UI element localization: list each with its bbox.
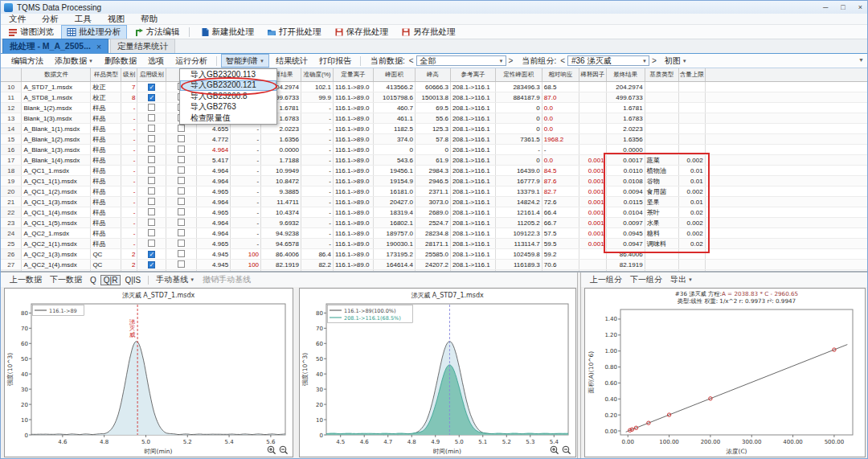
column-header-2[interactable]: 样品类型 bbox=[91, 68, 121, 82]
calib-toolbar-button-0[interactable]: 上一组分 bbox=[586, 274, 626, 285]
row-checkbox[interactable] bbox=[178, 166, 185, 174]
table-row[interactable]: 19A_QC1_1(1).msdx样品-4.964-10.8472-116.1-… bbox=[1, 176, 868, 186]
row-checkbox[interactable] bbox=[178, 250, 185, 257]
next-data-button[interactable]: > bbox=[506, 56, 516, 65]
row-checkbox[interactable] bbox=[148, 156, 155, 163]
menubar-item-0[interactable]: 文件 bbox=[1, 14, 34, 25]
subtoolbar-button-5[interactable]: 智能判谱▼ bbox=[221, 54, 269, 68]
subtoolbar-button-6[interactable]: 结果统计 bbox=[271, 54, 313, 68]
maximize-button[interactable]: □ bbox=[841, 3, 845, 11]
toolbar-button-save-batch[interactable]: 保存批处理 bbox=[329, 25, 395, 39]
table-row[interactable]: 20A_QC1_1(2).msdx样品-4.965-9.3885-116.1->… bbox=[1, 186, 868, 197]
row-checkbox[interactable] bbox=[178, 260, 185, 268]
menubar-item-1[interactable]: 分析 bbox=[34, 14, 67, 25]
table-row[interactable]: 17A_Blank_1(4).msdx样品-5.417-1.7188-116.1… bbox=[1, 155, 868, 166]
row-checkbox[interactable] bbox=[178, 229, 185, 236]
row-checkbox[interactable] bbox=[178, 177, 185, 184]
close-button[interactable]: × bbox=[858, 3, 862, 11]
table-row[interactable]: 24A_QC2_1.msdx样品-4.964-94.9238-116.1->89… bbox=[1, 228, 868, 239]
chrom-toolbar-button-2[interactable]: Q bbox=[86, 276, 100, 285]
next-component-button[interactable]: > bbox=[649, 56, 659, 65]
table-row[interactable]: 18A_QC1_1.msdx样品-4.964-10.9949-116.1->89… bbox=[1, 166, 868, 176]
row-checkbox[interactable] bbox=[148, 125, 155, 132]
subtoolbar-button-1[interactable]: 添加数据▼ bbox=[50, 54, 98, 68]
row-checkbox[interactable] bbox=[148, 208, 155, 215]
column-header-18[interactable]: 基质类型 bbox=[645, 68, 678, 82]
tab-0[interactable]: 批处理 - M_A_2505...× bbox=[2, 39, 108, 53]
toolbar-button-spectrum-browse[interactable]: 谱图浏览 bbox=[2, 25, 59, 39]
column-header-10[interactable]: 定量离子 bbox=[334, 68, 374, 82]
row-checkbox[interactable] bbox=[148, 166, 155, 174]
row-checkbox[interactable] bbox=[178, 187, 185, 195]
tab-close-icon[interactable]: × bbox=[96, 42, 101, 51]
chromatogram-panel-quant[interactable]: 涕灭威 A_STD7_1.msdx4.64.85.05.25.45.601020… bbox=[4, 288, 293, 457]
view-mode-button[interactable]: 初图▼ bbox=[660, 54, 692, 68]
chrom-toolbar-button-6[interactable]: 手动基线▼ bbox=[152, 274, 199, 285]
calib-toolbar-button-2[interactable]: 导出▼ bbox=[666, 274, 697, 285]
row-checkbox[interactable]: ✓ bbox=[148, 251, 155, 258]
row-checkbox[interactable] bbox=[178, 145, 185, 153]
column-header-17[interactable]: 最终结果 bbox=[606, 68, 645, 82]
row-checkbox[interactable] bbox=[148, 229, 155, 236]
row-checkbox[interactable] bbox=[178, 125, 185, 132]
row-checkbox[interactable] bbox=[178, 135, 185, 142]
chromatogram-panel-overlay[interactable]: 涕灭威 A_STD7_1.msdx4.54.64.74.84.95.05.15.… bbox=[299, 288, 576, 457]
row-checkbox[interactable] bbox=[148, 104, 155, 111]
subtoolbar-button-0[interactable]: 编辑方法 bbox=[6, 54, 48, 68]
row-checkbox[interactable]: ✓ bbox=[148, 84, 155, 91]
column-header-13[interactable]: 参考离子 bbox=[450, 68, 495, 82]
prev-data-button[interactable]: < bbox=[407, 56, 416, 65]
row-checkbox[interactable] bbox=[148, 135, 155, 142]
prev-component-button[interactable]: < bbox=[558, 56, 567, 65]
table-row[interactable]: 13Blank_1(3).msdx样品-1.6783-116.1->89.046… bbox=[1, 113, 868, 124]
row-checkbox[interactable] bbox=[148, 198, 155, 205]
table-row[interactable]: 12Blank_1(2).msdx样品-1.6781-116.1->89.046… bbox=[1, 103, 868, 113]
menu-item-2[interactable]: 导入GB23200.8 bbox=[180, 91, 276, 102]
row-checkbox[interactable] bbox=[148, 187, 155, 195]
subtoolbar-button-4[interactable]: 运行分析 bbox=[170, 54, 212, 68]
row-checkbox[interactable]: ✓ bbox=[148, 94, 155, 101]
current-data-combobox[interactable]: 全部▼ bbox=[416, 55, 506, 66]
table-row[interactable]: 15A_Blank_1(2).msdx样品-4.772-1.6356-116.1… bbox=[1, 134, 868, 145]
subtoolbar-button-3[interactable]: 选项 bbox=[143, 54, 169, 68]
menu-item-4[interactable]: 检查限量值 bbox=[180, 113, 276, 124]
column-header-1[interactable]: 数据文件 bbox=[22, 68, 91, 82]
toolbar-button-new-batch[interactable]: 新建批处理 bbox=[194, 25, 260, 39]
subtoolbar-button-2[interactable]: 删除数据 bbox=[100, 54, 141, 68]
table-row[interactable]: 10A_STD7_1.msdx校正7✓204.2974102.1116.1->8… bbox=[1, 82, 868, 92]
row-checkbox[interactable] bbox=[148, 219, 155, 226]
row-checkbox[interactable] bbox=[178, 240, 185, 247]
toolbar-button-batch-analysis[interactable]: 批处理分析 bbox=[61, 25, 127, 39]
table-row[interactable]: 27A_QC2_1(4).msdxQC2✓4.94510082.191982.2… bbox=[1, 260, 868, 270]
table-row[interactable]: 11A_STD8_1.msdx校正8✓499.673399.9116.1->89… bbox=[1, 92, 868, 103]
menubar-item-3[interactable]: 视图 bbox=[100, 14, 133, 25]
tab-1[interactable]: 定量结果统计 bbox=[110, 39, 175, 53]
vertical-splitter[interactable] bbox=[577, 273, 581, 459]
row-checkbox[interactable] bbox=[148, 177, 155, 184]
column-header-0[interactable] bbox=[1, 68, 22, 82]
row-checkbox[interactable] bbox=[178, 219, 185, 226]
column-header-9[interactable]: 准确度(%) bbox=[301, 68, 334, 82]
table-row[interactable]: 14A_Blank_1(1).msdx样品-4.655-2.0223-116.1… bbox=[1, 124, 868, 134]
row-checkbox[interactable] bbox=[148, 145, 155, 153]
table-row[interactable]: 22A_QC1_1(4).msdx样品-4.965-10.4374-116.1-… bbox=[1, 207, 868, 218]
toolbar-button-method-edit[interactable]: 方法编辑 bbox=[129, 25, 186, 39]
row-checkbox[interactable] bbox=[178, 208, 185, 215]
current-component-combobox[interactable]: #36 涕灭威▼ bbox=[567, 55, 649, 66]
column-header-11[interactable]: 峰面积 bbox=[373, 68, 415, 82]
chrom-toolbar-button-3[interactable]: Q|R bbox=[100, 275, 121, 285]
menu-item-0[interactable]: 导入GB23200.113 bbox=[180, 69, 276, 80]
table-row[interactable]: 26A_QC2_1(3).msdxQC2✓4.94510086.400686.4… bbox=[1, 249, 868, 260]
menu-item-1[interactable]: 导入GB23200.121 bbox=[180, 80, 276, 92]
toolbar-overflow-chevron-icon[interactable]: ▼ bbox=[858, 57, 864, 63]
toolbar-button-save-as-batch[interactable]: 另存批处理 bbox=[395, 25, 461, 39]
minimize-button[interactable]: ─ bbox=[823, 3, 828, 11]
calib-toolbar-button-1[interactable]: 下一组分 bbox=[626, 274, 666, 285]
column-header-3[interactable]: 级别 bbox=[121, 68, 137, 82]
chrom-toolbar-button-0[interactable]: 上一数据 bbox=[6, 274, 46, 285]
row-checkbox[interactable] bbox=[148, 114, 155, 121]
chrom-toolbar-button-4[interactable]: Q|IS bbox=[121, 276, 145, 285]
column-header-19[interactable]: 含量上限 bbox=[678, 68, 705, 82]
row-checkbox[interactable] bbox=[178, 198, 185, 205]
column-header-12[interactable]: 峰高 bbox=[415, 68, 450, 82]
